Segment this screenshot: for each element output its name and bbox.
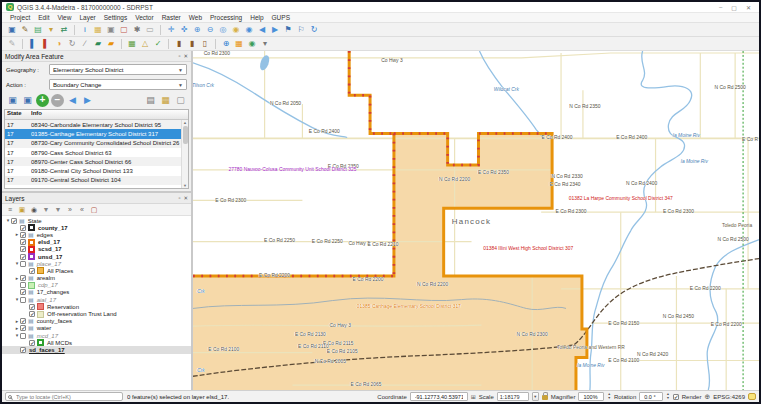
layer-checkbox[interactable] xyxy=(20,297,26,303)
layer-checkbox[interactable]: ✓ xyxy=(20,318,26,324)
show-attribute-table-icon[interactable]: ▤ xyxy=(144,94,157,107)
magnifier-input[interactable] xyxy=(581,393,601,401)
measure-icon[interactable]: ▭ xyxy=(144,24,156,36)
layer-item-all-places[interactable]: ✓All Places xyxy=(2,267,191,274)
layer-item-water[interactable]: ▸✓▤water xyxy=(2,325,191,332)
menu-processing[interactable]: Processing xyxy=(206,14,246,21)
rotate-feature-icon[interactable]: ↻ xyxy=(66,38,78,50)
menu-vector[interactable]: Vector xyxy=(131,14,157,21)
locate-input[interactable] xyxy=(14,393,120,401)
add-polygon-icon[interactable]: ▰ xyxy=(92,38,104,50)
copy-features-icon[interactable]: ▣ xyxy=(105,24,117,36)
zoom-full-icon[interactable]: ◎ xyxy=(217,24,229,36)
remove-area-icon[interactable]: − xyxy=(51,94,64,107)
panel-float-button[interactable]: ▫ xyxy=(178,195,180,201)
refresh-map-icon[interactable]: ↻ xyxy=(308,24,320,36)
world-view-icon[interactable]: ⊕ xyxy=(220,38,232,50)
panel-float-button[interactable]: ▫ xyxy=(178,53,180,59)
rotation-input[interactable] xyxy=(642,393,660,401)
web-dropdown-icon[interactable]: ▾ xyxy=(259,38,271,50)
layer-item-17-changes[interactable]: ✓▤17_changes xyxy=(2,289,191,296)
zoom-in-icon[interactable]: ⊕ xyxy=(191,24,203,36)
open-attribute-table-icon[interactable]: ▮ xyxy=(173,38,185,50)
menu-raster[interactable]: Raster xyxy=(158,14,185,21)
coordinate-input[interactable] xyxy=(413,393,465,401)
menu-web[interactable]: Web xyxy=(185,14,206,21)
panel-close-button[interactable]: ✕ xyxy=(183,195,188,201)
layer-checkbox[interactable]: ✓ xyxy=(29,304,35,310)
layer-checkbox[interactable]: ✓ xyxy=(29,268,35,274)
menu-gups[interactable]: GUPS xyxy=(268,14,294,21)
table-row[interactable]: 1708970-Center Cass School District 66 xyxy=(5,157,181,166)
layer-item-unsd-17[interactable]: ✓unsd_17 xyxy=(2,253,191,260)
toggle-editing-icon[interactable]: ✎ xyxy=(19,24,31,36)
scroll-thumb[interactable] xyxy=(183,126,188,144)
layer-item-edges[interactable]: ▸✓▤edges xyxy=(2,231,191,238)
layer-checkbox[interactable]: ✓ xyxy=(29,340,35,346)
rotation-spinner[interactable]: ▲▼ xyxy=(666,393,669,399)
previous-area-icon[interactable]: ◀ xyxy=(66,94,79,107)
scale-dropdown-icon[interactable]: ▼ xyxy=(532,392,539,401)
scroll-down-icon[interactable]: ▼ xyxy=(183,183,187,188)
collapse-all-icon[interactable]: « xyxy=(77,205,87,215)
pan-map-icon[interactable]: ✛ xyxy=(165,24,177,36)
simplify-feature-icon[interactable]: △ xyxy=(139,38,151,50)
options-icon[interactable]: ✱ xyxy=(131,24,143,36)
scroll-up-icon[interactable]: ▲ xyxy=(183,120,187,125)
layer-item-all-mcds[interactable]: ✓All MCDs xyxy=(2,339,191,346)
field-calculator-icon[interactable]: ▮ xyxy=(186,38,198,50)
globe-icon[interactable]: ⊕ xyxy=(704,393,710,401)
table-row[interactable]: 1708790-Cass School District 63 xyxy=(5,148,181,157)
current-edits-icon[interactable]: ✎ xyxy=(6,38,18,50)
layer-checkbox[interactable]: ✓ xyxy=(20,246,26,252)
column-state[interactable]: State xyxy=(5,110,31,119)
identify-features-icon[interactable]: i xyxy=(79,24,91,36)
layer-checkbox[interactable]: ✓ xyxy=(20,254,26,260)
manage-map-themes-icon[interactable]: ◉ xyxy=(29,205,39,215)
filter-legend-icon[interactable]: ▼ xyxy=(41,205,51,215)
show-bookmarks-icon[interactable]: ⚐ xyxy=(295,24,307,36)
scale-combo[interactable]: 1:18179 xyxy=(497,392,529,401)
web-tools-icon[interactable]: ◉ xyxy=(246,38,258,50)
layer-checkbox[interactable]: ✓ xyxy=(20,225,26,231)
table-row[interactable]: 1709170-Central School District 104 xyxy=(5,176,181,185)
layer-checkbox[interactable]: ✓ xyxy=(11,218,17,224)
import-data-icon[interactable]: ⇄ xyxy=(58,24,70,36)
check-geometry-icon[interactable]: ▦ xyxy=(126,38,138,50)
layer-checkbox[interactable]: ✓ xyxy=(20,239,26,245)
menu-view[interactable]: View xyxy=(53,14,75,21)
table-row[interactable]: 1701385-Carthage Elementary School Distr… xyxy=(5,129,181,138)
lock-scale-icon[interactable] xyxy=(542,395,548,400)
layer-item-cdp-17[interactable]: cdp_17 xyxy=(2,282,191,289)
reshape-feature-icon[interactable]: ∕ xyxy=(79,38,91,50)
menu-edit[interactable]: Edit xyxy=(34,14,53,21)
deselect-features-icon[interactable]: ▢ xyxy=(118,24,130,36)
menu-settings[interactable]: Settings xyxy=(100,14,132,21)
layer-checkbox[interactable] xyxy=(20,261,26,267)
magnifier-spinner[interactable]: ▲▼ xyxy=(607,393,610,399)
copy-attributes-icon[interactable]: ▯ xyxy=(199,38,211,50)
layer-checkbox[interactable]: ✓ xyxy=(20,325,26,331)
add-group-icon[interactable]: ▣ xyxy=(17,205,27,215)
close-button[interactable]: ✕ xyxy=(746,4,751,11)
add-area-icon[interactable]: + xyxy=(36,94,49,107)
discard-edits-icon[interactable]: ▾ xyxy=(45,24,57,36)
zoom-to-selection-icon[interactable]: ◉ xyxy=(230,24,242,36)
map-canvas[interactable]: Co Rd 2300Co Hwy 3Wildcat CrkTilson CrkN… xyxy=(193,51,759,390)
new-bookmark-icon[interactable]: ⚑ xyxy=(282,24,294,36)
table-row[interactable]: 1709180-Central City School District 133 xyxy=(5,166,181,175)
filter-by-expression-icon[interactable]: ▼ xyxy=(53,205,63,215)
zoom-last-icon[interactable]: ◀ xyxy=(256,24,268,36)
save-project-icon[interactable]: ▣ xyxy=(6,24,18,36)
edit-attributes-icon[interactable]: ▦ xyxy=(159,94,172,107)
table-row[interactable]: 1709150-Central School District 51 xyxy=(5,185,181,189)
map-themes-icon[interactable]: ▤ xyxy=(32,24,44,36)
layer-item-county-faces[interactable]: ▸✓▤county_faces xyxy=(2,318,191,325)
maximize-button[interactable]: ▢ xyxy=(731,4,737,11)
minimize-button[interactable]: – xyxy=(719,4,722,11)
table-row[interactable]: 1708340-Carbondale Elementary School Dis… xyxy=(5,120,181,129)
add-address-icon[interactable]: ▌ xyxy=(27,38,39,50)
layout-manager-icon[interactable]: ▰ xyxy=(105,38,117,50)
layer-checkbox[interactable]: ✓ xyxy=(20,275,26,281)
layer-item-reservation[interactable]: ✓Reservation xyxy=(2,303,191,310)
